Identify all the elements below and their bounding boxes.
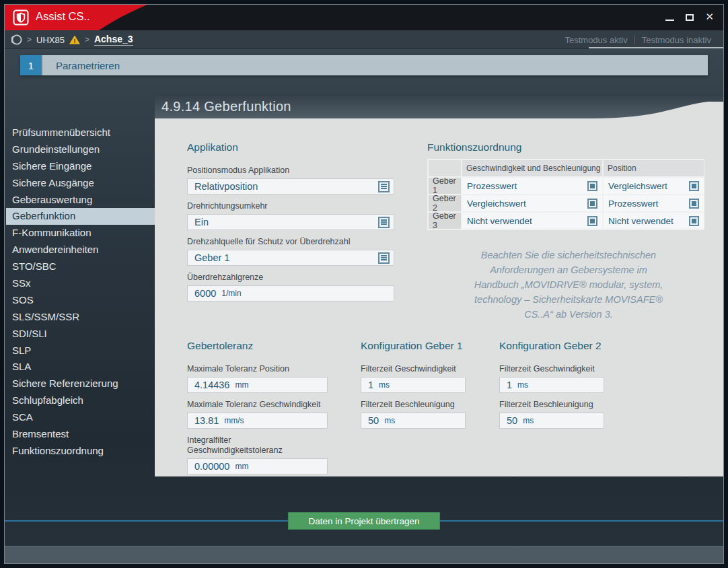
sidebar-item-geberauswertung[interactable]: Geberauswertung (6, 192, 155, 209)
sidebar-item-sos[interactable]: SOS (6, 292, 155, 309)
sidebar-item-sichere-eingaenge[interactable]: Sichere Eingänge (6, 158, 155, 175)
dropdown-list-icon (378, 181, 390, 192)
field-g2-filterzeit-geschwindigkeit: Filterzeit Geschwindigkeit 1 ms (499, 364, 604, 393)
field-label: Filterzeit Geschwindigkeit (499, 364, 604, 374)
breadcrumb-device[interactable]: UHX85 (36, 35, 65, 45)
geber1-speed-dropdown[interactable]: Prozesswert (462, 178, 602, 194)
field-unit: ms (384, 416, 395, 425)
integralfilter-input[interactable]: 0.00000 mm (187, 458, 328, 474)
testmode-inactive-button[interactable]: Testmodus inaktiv (635, 35, 718, 45)
breadcrumb-bar: > UHX85 ! > Achse_3 Testmodus aktiv Test… (5, 30, 723, 49)
sidebar-item-sto-sbc[interactable]: STO/SBC (6, 258, 155, 275)
field-value: 50 (507, 415, 517, 426)
section-heading: Gebertoleranz (187, 340, 328, 353)
transfer-to-project-button[interactable]: Daten in Projekt übertragen (288, 512, 440, 530)
sidebar-item-anwendereinheiten[interactable]: Anwendereinheiten (6, 242, 155, 258)
dropdown-list-icon (378, 252, 390, 264)
minimize-button[interactable] (665, 13, 674, 21)
field-max-toleranz-geschwindigkeit: Maximale Toleranz Geschwindigkeit 13.81 … (187, 400, 328, 429)
home-globe-icon[interactable] (11, 34, 22, 45)
field-label: Maximale Toleranz Geschwindigkeit (187, 400, 328, 410)
field-value: Ein (194, 217, 209, 227)
sidebar-item-ssx[interactable]: SSx (6, 275, 155, 292)
column-header-speed: Geschwindigkeit und Beschleunigung (462, 160, 602, 176)
field-value: 13.81 (194, 415, 219, 426)
sidebar-item-funktionszuordnung[interactable]: Funktionszuordnung (6, 443, 155, 460)
g2-filterzeit-beschleunigung-input[interactable]: 50 ms (499, 413, 604, 429)
section-funktionszuordnung: Funktionszuordnung Geschwindigkeit und B… (427, 141, 704, 230)
sew-safety-shield-icon (13, 9, 29, 26)
testmode-active-button[interactable]: Testmodus aktiv (558, 35, 634, 45)
field-value: 6000 (194, 288, 216, 299)
sidebar-item-sla[interactable]: SLA (6, 359, 155, 376)
ueberdrehzahlgrenze-input[interactable]: 6000 1/min (187, 285, 394, 301)
section-konfiguration-geber1: Konfiguration Geber 1 Filterzeit Geschwi… (361, 340, 466, 435)
status-bar (5, 546, 723, 563)
geber3-position-dropdown[interactable]: Nicht verwendet (604, 213, 704, 229)
note-line: technology – Sicherheitskarte MOVISAFE® (424, 292, 713, 307)
close-button[interactable]: ✕ (705, 12, 714, 22)
geber2-position-dropdown[interactable]: Prozesswert (604, 195, 704, 211)
max-toleranz-position-input[interactable]: 4.14436 mm (187, 377, 328, 393)
step-label: Parametrieren (42, 55, 708, 75)
note-line: Anforderungen an Gebersysteme im (424, 262, 713, 277)
section-konfiguration-geber2: Konfiguration Geber 2 Filterzeit Geschwi… (499, 340, 604, 435)
note-line: Beachten Sie die sicherheitstechnischen (424, 248, 713, 262)
max-toleranz-geschwindigkeit-input[interactable]: 13.81 mm/s (187, 413, 328, 429)
row-label-geber1: Geber 1 (429, 178, 461, 194)
field-value: 1 (368, 380, 373, 390)
g1-filterzeit-beschleunigung-input[interactable]: 50 ms (361, 413, 466, 429)
sidebar-item-slp[interactable]: SLP (6, 343, 155, 359)
column-header-position: Position (604, 160, 704, 176)
dropdown-square-icon (587, 216, 597, 226)
cell-value: Prozesswert (608, 199, 658, 209)
sidebar-item-sichere-ausgaenge[interactable]: Sichere Ausgänge (6, 175, 155, 192)
field-label: Integralfilter Geschwindigkeitstoleranz (187, 435, 328, 456)
funktionszuordnung-table: Geschwindigkeit und Beschleunigung Posit… (427, 159, 704, 230)
breadcrumb-separator: > (85, 35, 89, 44)
row-label-geber2: Geber 2 (429, 195, 461, 211)
positionsmodus-dropdown[interactable]: Relativposition (187, 178, 394, 194)
field-value: 4.14436 (194, 380, 229, 390)
drehrichtungsumkehr-dropdown[interactable]: Ein (187, 214, 394, 230)
step-number: 1 (20, 55, 42, 75)
field-drehzahlquelle: Drehzahlquelle für Schutz vor Überdrehza… (187, 237, 394, 266)
step-bar-parametrieren[interactable]: 1 Parametrieren (20, 55, 708, 75)
sidebar-item-pruefsummenuebersicht[interactable]: Prüfsummenübersicht (6, 125, 155, 141)
geber2-speed-dropdown[interactable]: Vergleichswert (462, 195, 602, 211)
field-label: Maximale Toleranz Position (187, 364, 328, 374)
section-heading: Konfiguration Geber 2 (499, 340, 604, 353)
dropdown-square-icon (689, 199, 699, 209)
app-window: Assist CS.. ✕ > UHX85 ! > Achse_3 T (0, 0, 728, 568)
field-unit: ms (517, 380, 528, 390)
sidebar-item-grundeinstellungen[interactable]: Grundeinstellungen (6, 141, 155, 158)
g1-filterzeit-geschwindigkeit-input[interactable]: 1 ms (361, 377, 466, 393)
geber1-position-dropdown[interactable]: Vergleichswert (604, 178, 704, 194)
geber3-speed-dropdown[interactable]: Nicht verwendet (462, 213, 602, 229)
sidebar-item-bremsentest[interactable]: Bremsentest (6, 426, 155, 443)
maximize-button[interactable] (686, 14, 694, 21)
sidebar-item-sichere-referenzierung[interactable]: Sichere Referenzierung (6, 376, 155, 392)
table-corner-cell (429, 160, 461, 176)
sidebar-item-sls-ssm-ssr[interactable]: SLS/SSM/SSR (6, 309, 155, 326)
cell-value: Prozesswert (467, 181, 517, 191)
field-label: Filterzeit Beschleunigung (361, 400, 466, 410)
breadcrumb-page[interactable]: Achse_3 (94, 34, 133, 46)
sidebar-item-sdi-sli[interactable]: SDI/SLI (6, 326, 155, 343)
drehzahlquelle-dropdown[interactable]: Geber 1 (187, 250, 394, 266)
sidebar-item-geberfunktion[interactable]: Geberfunktion (6, 208, 155, 225)
sidebar-item-sca[interactable]: SCA (6, 409, 155, 426)
field-label: Filterzeit Beschleunigung (499, 400, 604, 410)
app-title: Assist CS.. (36, 10, 90, 23)
breadcrumb-separator: > (27, 35, 32, 44)
field-unit: mm (235, 462, 248, 471)
field-integralfilter: Integralfilter Geschwindigkeitstoleranz … (187, 435, 328, 474)
field-label: Drehzahlquelle für Schutz vor Überdrehza… (187, 237, 394, 247)
sidebar-item-f-kommunikation[interactable]: F-Kommunikation (6, 225, 155, 242)
field-unit: 1/min (221, 289, 241, 298)
field-unit: ms (379, 380, 390, 390)
sidebar-item-schlupfabgleich[interactable]: Schlupfabgleich (6, 392, 155, 409)
g2-filterzeit-geschwindigkeit-input[interactable]: 1 ms (499, 377, 604, 393)
field-label: Positionsmodus Applikation (187, 166, 394, 176)
window-frame: Assist CS.. ✕ > UHX85 ! > Achse_3 T (4, 4, 724, 564)
